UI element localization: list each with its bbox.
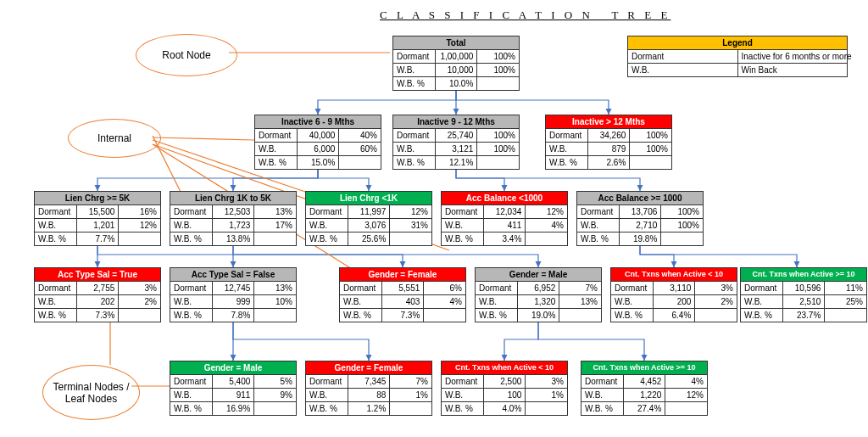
node-inactive-9-12: Inactive 9 - 12 Mths Dormant25,740100% W…	[392, 115, 520, 170]
node-txn-ge10-a: Cnt. Txns when Active >= 10 Dormant10,59…	[740, 267, 867, 322]
node-lien-lt-1k: Lien Chrg <1K Dormant11,99712% W.B.3,076…	[305, 191, 432, 246]
node-bal-ge-1000: Acc Balance >= 1000 Dormant13,706100% W.…	[576, 191, 704, 246]
node-inactive-gt12: Inactive > 12 Mths Dormant34,260100% W.B…	[545, 115, 672, 170]
node-gender-female-1: Gender = Female Dormant5,5516% W.B.4034%…	[339, 267, 466, 322]
node-acctype-true: Acc Type Sal = True Dormant2,7553% W.B.2…	[34, 267, 161, 322]
node-txn-lt10-a: Cnt. Txns when Active < 10 Dormant3,1103…	[610, 267, 737, 322]
annotation-root: Root Node	[136, 34, 237, 76]
node-gender-male-2: Gender = Male Dormant5,4005% W.B.9119% W…	[170, 361, 297, 416]
legend-header: Legend	[628, 36, 848, 50]
annotation-internal: Internal	[68, 119, 161, 158]
node-txn-lt10-b: Cnt. Txns when Active < 10 Dormant2,5003…	[441, 361, 568, 416]
node-txn-ge10-b: Cnt. Txns when Active >= 10 Dormant4,452…	[581, 361, 708, 416]
legend: Legend DormantInactive for 6 months or m…	[627, 36, 848, 77]
page-title: C L A S S I F I C A T I O N T R E E	[380, 8, 670, 22]
node-total: Total Dormant1,00,000100% W.B.10,000100%…	[392, 36, 520, 91]
node-gender-male-1: Gender = Male Dormant6,9527% W.B.1,32013…	[475, 267, 602, 322]
node-lien-1k-5k: Lien Chrg 1K to 5K Dormant12,50313% W.B.…	[170, 191, 297, 246]
node-gender-female-2: Gender = Female Dormant7,3457% W.B.881% …	[305, 361, 432, 416]
node-inactive-6-9: Inactive 6 - 9 Mths Dormant40,00040% W.B…	[254, 115, 381, 170]
node-acctype-false: Acc Type Sal = False Dormant12,74513% W.…	[170, 267, 297, 322]
annotation-terminal: Terminal Nodes / Leaf Nodes	[42, 365, 140, 420]
node-bal-lt-1000: Acc Balance <1000 Dormant12,03412% W.B.4…	[441, 191, 568, 246]
node-lien-ge-5k: Lien Chrg >= 5K Dormant15,50016% W.B.1,2…	[34, 191, 161, 246]
